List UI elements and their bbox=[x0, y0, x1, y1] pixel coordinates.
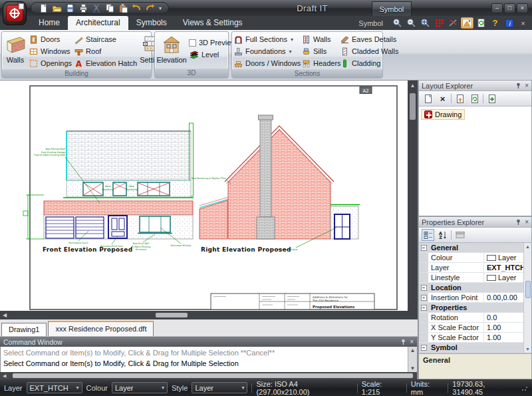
ribbon-close-icon[interactable]: × bbox=[517, 17, 529, 29]
walls-sections-button[interactable]: Walls bbox=[302, 33, 338, 45]
category-row[interactable]: −Location bbox=[419, 283, 531, 293]
measure-button[interactable] bbox=[447, 17, 460, 29]
cladding-button[interactable]: Cladding bbox=[340, 57, 388, 69]
category-row[interactable]: −Properties bbox=[419, 303, 531, 313]
close-icon[interactable]: × bbox=[525, 218, 529, 226]
property-grid-scrollbar[interactable]: ▲ ▼ bbox=[523, 243, 531, 353]
vscroll-thumb[interactable] bbox=[410, 93, 416, 120]
scroll-up-icon[interactable]: ▲ bbox=[410, 81, 416, 91]
collapse-icon[interactable]: − bbox=[421, 285, 427, 291]
help-icon[interactable]: ? bbox=[489, 17, 501, 29]
foundations-button[interactable]: Foundations▾ bbox=[234, 45, 299, 57]
sills-button[interactable]: Sills bbox=[302, 45, 338, 57]
command-horizontal-scrollbar[interactable]: ◀ bbox=[0, 372, 417, 379]
elevation-button[interactable]: Elevation bbox=[157, 33, 186, 64]
layer-combo[interactable]: EXT_HTCH▾ bbox=[27, 382, 82, 393]
scroll-down-icon[interactable]: ▼ bbox=[410, 365, 416, 372]
zoom-in-button[interactable] bbox=[391, 17, 404, 29]
paste-button[interactable] bbox=[118, 3, 129, 13]
pin-icon[interactable] bbox=[515, 83, 521, 89]
grid-button[interactable] bbox=[433, 17, 446, 29]
category-row[interactable]: −General bbox=[419, 243, 531, 253]
walls-button[interactable]: Walls bbox=[4, 33, 27, 64]
doc-tab-drawing1[interactable]: Drawing1 bbox=[1, 323, 47, 336]
staircase-button[interactable]: Staircase bbox=[74, 33, 137, 45]
new-layout-button[interactable] bbox=[422, 93, 434, 104]
pin-icon[interactable] bbox=[400, 339, 406, 345]
openings-button[interactable]: Openings bbox=[29, 57, 72, 69]
refresh-button[interactable] bbox=[475, 17, 487, 29]
collapse-icon[interactable]: − bbox=[421, 245, 427, 251]
doc-tab-residence[interactable]: xxx Residence Proposed.dft bbox=[48, 321, 154, 336]
pscroll-thumb[interactable] bbox=[525, 281, 531, 298]
undo-button[interactable] bbox=[131, 3, 142, 13]
maximize-button[interactable]: □ bbox=[504, 3, 515, 13]
3d-preview-checkbox[interactable]: 3D Preview bbox=[189, 37, 236, 49]
tab-symbol-contextual[interactable]: Symbol bbox=[358, 19, 383, 30]
command-history[interactable]: Select Command or Item(s) to Modify, Cli… bbox=[1, 347, 408, 372]
hscroll-thumb[interactable] bbox=[156, 313, 188, 317]
canvas-horizontal-scrollbar[interactable]: ◀ bbox=[0, 311, 418, 319]
print-button[interactable] bbox=[78, 3, 89, 13]
add-layout-button[interactable] bbox=[485, 93, 498, 104]
canvas-vertical-scrollbar[interactable]: ▲ bbox=[408, 81, 418, 311]
cladded-walls-button[interactable]: Cladded Walls bbox=[340, 45, 388, 57]
layout-item-drawing[interactable]: Drawing bbox=[421, 109, 465, 120]
symbol-mode-button[interactable] bbox=[461, 17, 473, 29]
cmd-hscroll-thumb[interactable] bbox=[13, 373, 413, 378]
full-sections-button[interactable]: Full Sections▾ bbox=[234, 33, 299, 45]
property-pages-button[interactable] bbox=[454, 229, 466, 241]
level-button[interactable]: Level bbox=[189, 49, 236, 61]
new-button[interactable] bbox=[38, 3, 49, 13]
minimize-button[interactable]: – bbox=[491, 3, 503, 13]
redo-button[interactable] bbox=[144, 3, 156, 13]
close-icon[interactable]: × bbox=[410, 338, 414, 345]
roof-button[interactable]: Roof bbox=[74, 45, 137, 57]
drawing-canvas[interactable]: A2 bbox=[0, 81, 408, 311]
refresh-layout-button[interactable] bbox=[468, 93, 481, 104]
command-vertical-scrollbar[interactable]: ▲ ▼ bbox=[408, 347, 417, 372]
sort-az-button[interactable]: AZ bbox=[436, 229, 449, 241]
scroll-up-icon[interactable]: ▲ bbox=[410, 347, 416, 354]
scroll-down-icon[interactable]: ▼ bbox=[525, 345, 530, 353]
tab-architectural[interactable]: Architectural bbox=[68, 16, 128, 30]
property-row[interactable]: Rotation0.0 bbox=[419, 313, 531, 323]
windows-button[interactable]: Windows bbox=[29, 45, 72, 57]
property-row[interactable]: X Scale Factor1.00 bbox=[419, 323, 531, 333]
open-button[interactable] bbox=[51, 3, 63, 13]
tab-symbols[interactable]: Symbols bbox=[128, 16, 175, 30]
cut-button[interactable] bbox=[91, 3, 102, 13]
elevation-hatch-button[interactable]: AElevation Hatch bbox=[74, 57, 137, 69]
save-button[interactable] bbox=[65, 3, 76, 13]
style-combo[interactable]: Layer▾ bbox=[192, 382, 247, 393]
about-button[interactable]: i bbox=[503, 17, 515, 29]
delete-layout-button[interactable]: × bbox=[436, 93, 449, 104]
copy-button[interactable] bbox=[104, 3, 116, 13]
collapse-icon[interactable]: − bbox=[421, 345, 427, 351]
tab-views-settings[interactable]: Views & Settings bbox=[175, 16, 251, 30]
close-icon[interactable]: × bbox=[525, 82, 529, 89]
expand-icon[interactable]: + bbox=[421, 295, 427, 301]
collapse-icon[interactable]: − bbox=[421, 305, 427, 311]
colour-combo[interactable]: Layer▾ bbox=[112, 382, 168, 393]
property-row[interactable]: +Insertion Point0.00,0.00 bbox=[419, 293, 531, 303]
eaves-details-button[interactable]: Eaves Details bbox=[340, 33, 388, 45]
category-row[interactable]: −Symbol bbox=[419, 343, 531, 353]
tab-home[interactable]: Home bbox=[31, 16, 68, 30]
doors-windows-sections-button[interactable]: Doors / Windows▾ bbox=[234, 57, 299, 69]
scroll-up-icon[interactable]: ▲ bbox=[525, 243, 530, 250]
property-row[interactable]: LayerEXT_HTCH bbox=[419, 263, 531, 273]
headers-button[interactable]: Headers bbox=[302, 57, 338, 69]
doors-button[interactable]: Doors bbox=[29, 33, 72, 45]
property-row[interactable]: LinestyleLayer bbox=[419, 273, 531, 283]
qat-overflow-button[interactable]: ▾ bbox=[159, 5, 162, 11]
close-button[interactable]: × bbox=[517, 3, 528, 13]
zoom-extents-button[interactable] bbox=[419, 17, 432, 29]
pin-icon[interactable] bbox=[515, 219, 521, 226]
property-row[interactable]: Y Scale Factor1.00 bbox=[419, 333, 531, 343]
scroll-left-icon[interactable]: ◀ bbox=[0, 373, 9, 379]
import-layout-button[interactable] bbox=[454, 93, 466, 104]
zoom-out-button[interactable] bbox=[405, 17, 418, 29]
scroll-left-icon[interactable]: ◀ bbox=[0, 312, 9, 318]
resize-grip[interactable] bbox=[521, 385, 528, 391]
